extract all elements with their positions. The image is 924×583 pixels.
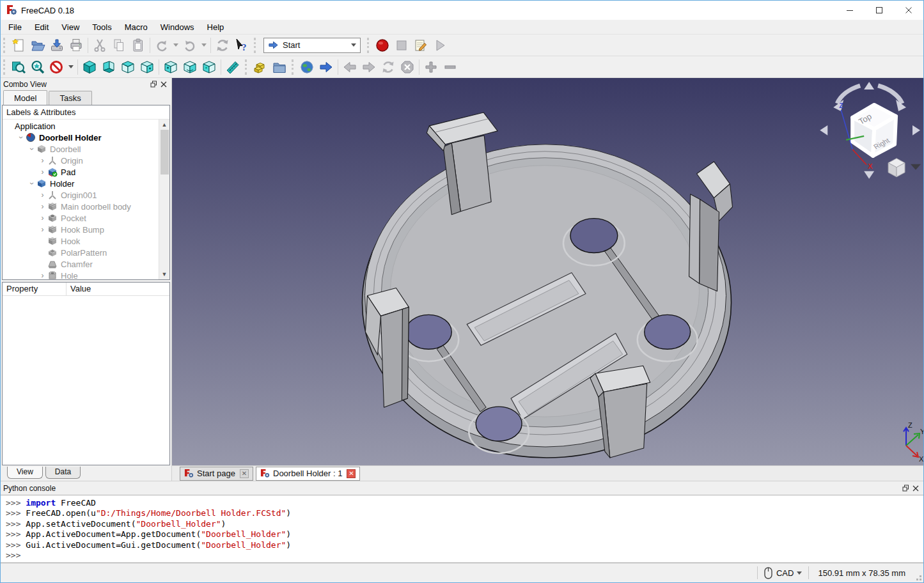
menu-windows[interactable]: Windows — [154, 20, 201, 34]
redo-dropdown[interactable] — [200, 36, 208, 55]
close-panel-button[interactable] — [911, 484, 921, 493]
copy-button[interactable] — [109, 36, 129, 55]
open-file-button[interactable] — [28, 36, 47, 55]
menu-file[interactable]: File — [2, 20, 28, 34]
close-button[interactable] — [894, 1, 923, 20]
nav-cube-menu-icon[interactable] — [888, 159, 905, 177]
toolbar-grip[interactable] — [3, 59, 7, 75]
tab-doorbell-holder[interactable]: Doorbell Holder : 1 ✕ — [256, 467, 360, 481]
toolbar-grip[interactable] — [245, 59, 249, 75]
zoom-in-button[interactable] — [421, 58, 441, 77]
back-button[interactable] — [340, 58, 359, 77]
expand-icon[interactable]: › — [38, 214, 47, 222]
draw-style-dropdown[interactable] — [67, 58, 75, 77]
create-part-button[interactable] — [251, 58, 270, 77]
3d-viewport[interactable]: Z X Top Right — [172, 78, 923, 465]
collapse-icon[interactable]: › — [27, 144, 36, 154]
menu-help[interactable]: Help — [201, 20, 231, 34]
menu-view[interactable]: View — [55, 20, 86, 34]
edit-macro-button[interactable] — [411, 36, 430, 55]
tree-item-main-doorbell-body[interactable]: ›Main doorbell body — [3, 201, 159, 212]
workbench-selector[interactable]: Start — [263, 38, 361, 53]
run-macro-button[interactable] — [430, 36, 450, 55]
close-tab-icon[interactable]: ✕ — [347, 469, 356, 478]
forward-button[interactable] — [359, 58, 379, 77]
tree-item-pocket[interactable]: ›Pocket — [3, 212, 159, 224]
tree-item-hook-bump[interactable]: ›Hook Bump — [3, 224, 159, 235]
refresh-button[interactable] — [213, 36, 232, 55]
tree-item-chamfer[interactable]: Chamfer — [3, 258, 159, 270]
refresh-web-button[interactable] — [379, 58, 398, 77]
tab-data[interactable]: Data — [45, 467, 81, 479]
tree-item-origin001[interactable]: ›Origin001 — [3, 189, 159, 201]
scroll-down-icon[interactable]: ▼ — [162, 269, 168, 279]
tree-item-hole[interactable]: ›Hole — [3, 270, 159, 279]
axonometric-view-button[interactable] — [80, 58, 99, 77]
menu-tools[interactable]: Tools — [86, 20, 118, 34]
toolbar-grip[interactable] — [367, 38, 371, 53]
python-console-output[interactable]: >>> import FreeCAD>>> FreeCAD.open(u"D:/… — [1, 495, 923, 563]
expand-icon[interactable]: › — [38, 271, 47, 279]
draw-style-button[interactable] — [47, 58, 67, 77]
toolbar-grip[interactable] — [3, 38, 7, 53]
print-button[interactable] — [67, 36, 86, 55]
tree-item-doorbell-holder[interactable]: ›Doorbell Holder — [3, 132, 159, 143]
top-view-button[interactable] — [118, 58, 137, 77]
close-tab-icon[interactable]: ✕ — [240, 469, 249, 478]
redo-button[interactable] — [180, 36, 200, 55]
tree-item-polarpattern[interactable]: PolarPattern — [3, 247, 159, 258]
tree-item-pad[interactable]: ›Pad — [3, 166, 159, 178]
tab-model[interactable]: Model — [3, 90, 47, 105]
right-view-button[interactable] — [137, 58, 157, 77]
stop-macro-button[interactable] — [392, 36, 411, 55]
tab-view[interactable]: View — [7, 467, 43, 479]
tree-scrollbar[interactable]: ▲ ▼ — [159, 120, 169, 279]
tab-tasks[interactable]: Tasks — [49, 91, 91, 105]
expand-icon[interactable]: › — [38, 190, 47, 199]
tree-item-application[interactable]: Application — [3, 120, 159, 132]
tree-item-doorbell[interactable]: ›Doorbell — [3, 143, 159, 155]
undo-dropdown[interactable] — [171, 36, 180, 55]
tree-item-holder[interactable]: ›Holder — [3, 178, 159, 189]
toolbar-grip[interactable] — [254, 38, 258, 53]
save-button[interactable] — [47, 36, 67, 55]
resize-grip[interactable] — [914, 563, 923, 582]
open-website-button[interactable] — [297, 58, 317, 77]
cut-button[interactable] — [90, 36, 109, 55]
left-view-button[interactable] — [200, 58, 219, 77]
zoom-out-button[interactable] — [441, 58, 460, 77]
fit-all-button[interactable] — [9, 58, 28, 77]
maximize-button[interactable] — [865, 1, 894, 20]
measure-distance-button[interactable] — [223, 58, 242, 77]
tab-start-page[interactable]: Start page ✕ — [180, 467, 253, 481]
fit-selection-button[interactable] — [28, 58, 47, 77]
close-panel-button[interactable] — [159, 80, 169, 89]
undo-button[interactable] — [152, 36, 171, 55]
paste-button[interactable] — [129, 36, 148, 55]
stop-web-button[interactable] — [398, 58, 417, 77]
record-macro-button[interactable] — [373, 36, 392, 55]
collapse-icon[interactable]: › — [27, 179, 36, 189]
scroll-up-icon[interactable]: ▲ — [162, 120, 168, 130]
go-to-page-button[interactable] — [317, 58, 336, 77]
expand-icon[interactable]: › — [38, 202, 47, 211]
create-group-button[interactable] — [270, 58, 289, 77]
collapse-icon[interactable]: › — [17, 133, 26, 143]
minimize-button[interactable] — [835, 1, 865, 20]
menu-macro[interactable]: Macro — [118, 20, 154, 34]
navigation-style-selector[interactable]: CAD — [758, 567, 808, 579]
tree-item-hook[interactable]: Hook — [3, 235, 159, 247]
front-view-button[interactable] — [99, 58, 118, 77]
float-panel-button[interactable] — [900, 484, 911, 493]
expand-icon[interactable]: › — [38, 167, 47, 176]
scrollbar-thumb[interactable] — [161, 130, 169, 175]
expand-icon[interactable]: › — [38, 225, 47, 234]
menu-edit[interactable]: Edit — [28, 20, 55, 34]
rear-view-button[interactable] — [161, 58, 180, 77]
bottom-view-button[interactable] — [180, 58, 200, 77]
toolbar-grip[interactable] — [292, 59, 295, 75]
float-panel-button[interactable] — [148, 80, 159, 89]
tree-item-origin[interactable]: ›Origin — [3, 155, 159, 166]
whats-this-button[interactable]: ? — [232, 36, 251, 55]
new-file-button[interactable] — [9, 36, 28, 55]
